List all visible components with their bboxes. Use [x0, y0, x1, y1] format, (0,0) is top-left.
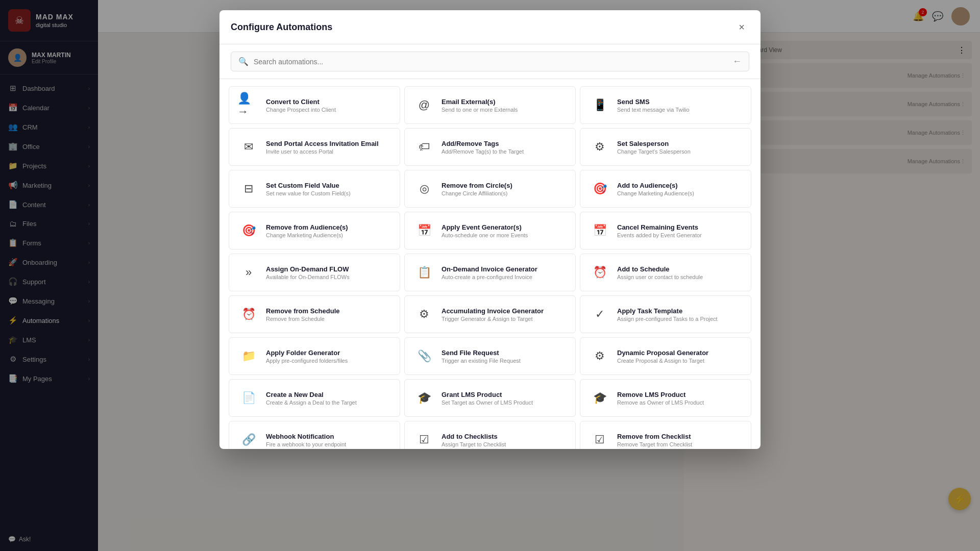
automation-item-remove_from_schedule[interactable]: ⏰ Remove from Schedule Remove from Sched… [229, 295, 400, 333]
send_portal_invitation-desc: Invite user to access Portal [266, 148, 391, 155]
dynamic_proposal-icon: ⚙ [589, 345, 611, 367]
set_salesperson-icon: ⚙ [589, 136, 611, 158]
create_new_deal-icon: 📄 [237, 387, 260, 409]
apply_task_template-icon: ✓ [589, 303, 611, 325]
automation-item-assign_on_demand_flow[interactable]: » Assign On-Demand FLOW Available for On… [229, 254, 400, 291]
remove_from_checklist-name: Remove from Checklist [617, 433, 743, 440]
remove_from_audiences-icon: 🎯 [237, 219, 260, 242]
set_custom_field-desc: Set new value for Custom Field(s) [266, 190, 391, 196]
add_remove_tags-icon: 🏷 [413, 136, 435, 158]
remove_from_circles-text: Remove from Circle(s) Change Circle Affi… [442, 182, 567, 196]
add_to_audiences-name: Add to Audience(s) [617, 182, 743, 189]
dynamic_proposal-desc: Create Proposal & Assign to Target [617, 358, 743, 364]
automation-item-apply_folder_generator[interactable]: 📁 Apply Folder Generator Apply pre-confi… [229, 337, 400, 375]
add_to_checklists-desc: Assign Target to Checklist [442, 441, 567, 447]
send_file_request-icon: 📎 [413, 345, 435, 367]
accumulating_invoice-name: Accumulating Invoice Generator [442, 307, 567, 315]
automation-item-send_portal_invitation[interactable]: ✉ Send Portal Access Invitation Email In… [229, 128, 400, 166]
email_externals-desc: Send to one or more Externals [442, 107, 567, 113]
automation-item-cancel_remaining_events[interactable]: 📅 Cancel Remaining Events Events added b… [580, 212, 751, 249]
automation-item-send_sms[interactable]: 📱 Send SMS Send text message via Twilio [580, 86, 751, 124]
create_new_deal-text: Create a New Deal Create & Assign a Deal… [266, 391, 391, 406]
send_file_request-desc: Trigger an existing File Request [442, 358, 567, 364]
automation-item-add_remove_tags[interactable]: 🏷 Add/Remove Tags Add/Remove Tag(s) to t… [404, 128, 576, 166]
send_sms-desc: Send text message via Twilio [617, 107, 743, 113]
send_portal_invitation-icon: ✉ [237, 136, 260, 158]
automation-item-set_custom_field[interactable]: ⊟ Set Custom Field Value Set new value f… [229, 170, 400, 208]
modal-overlay[interactable]: Configure Automations × 🔍 ← 👤→ Convert t… [0, 0, 980, 551]
automation-item-accumulating_invoice[interactable]: ⚙ Accumulating Invoice Generator Trigger… [404, 295, 576, 333]
on_demand_invoice-desc: Auto-create a pre-configured Invoice [442, 274, 567, 280]
automation-item-create_new_deal[interactable]: 📄 Create a New Deal Create & Assign a De… [229, 379, 400, 417]
grant_lms_product-icon: 🎓 [413, 387, 435, 409]
convert_to_client-name: Convert to Client [266, 98, 391, 106]
automation-item-remove_lms_product[interactable]: 🎓 Remove LMS Product Remove as Owner of … [580, 379, 751, 417]
apply_folder_generator-icon: 📁 [237, 345, 260, 367]
automation-item-add_to_audiences[interactable]: 🎯 Add to Audience(s) Change Marketing Au… [580, 170, 751, 208]
set_custom_field-name: Set Custom Field Value [266, 182, 391, 189]
automation-item-add_to_checklists[interactable]: ☑ Add to Checklists Assign Target to Che… [404, 421, 576, 449]
automation-item-set_salesperson[interactable]: ⚙ Set Salesperson Change Target's Salesp… [580, 128, 751, 166]
remove_from_checklist-text: Remove from Checklist Remove Target from… [617, 433, 743, 447]
add_to_schedule-icon: ⏰ [589, 261, 611, 284]
automation-item-remove_from_audiences[interactable]: 🎯 Remove from Audience(s) Change Marketi… [229, 212, 400, 249]
convert_to_client-icon: 👤→ [237, 94, 260, 116]
search-input[interactable] [254, 58, 727, 66]
back-button[interactable]: ← [732, 56, 742, 67]
automation-item-on_demand_invoice[interactable]: 📋 On-Demand Invoice Generator Auto-creat… [404, 254, 576, 291]
webhook_notification-name: Webhook Notification [266, 433, 391, 440]
apply_folder_generator-desc: Apply pre-configured folders/files [266, 358, 391, 364]
automation-item-grant_lms_product[interactable]: 🎓 Grant LMS Product Set Target as Owner … [404, 379, 576, 417]
automation-item-email_externals[interactable]: @ Email External(s) Send to one or more … [404, 86, 576, 124]
remove_from_schedule-name: Remove from Schedule [266, 307, 391, 315]
remove_from_checklist-desc: Remove Target from Checklist [617, 441, 743, 447]
add_to_checklists-name: Add to Checklists [442, 433, 567, 440]
grant_lms_product-name: Grant LMS Product [442, 391, 567, 398]
add_to_schedule-text: Add to Schedule Assign user or contact t… [617, 265, 743, 280]
add_remove_tags-text: Add/Remove Tags Add/Remove Tag(s) to the… [442, 140, 567, 155]
remove_from_circles-icon: ◎ [413, 178, 435, 200]
convert_to_client-desc: Change Prospect into Client [266, 107, 391, 113]
set_salesperson-desc: Change Target's Salesperson [617, 148, 743, 155]
modal-close-button[interactable]: × [734, 19, 749, 35]
remove_lms_product-desc: Remove as Owner of LMS Product [617, 399, 743, 406]
automation-item-dynamic_proposal[interactable]: ⚙ Dynamic Proposal Generator Create Prop… [580, 337, 751, 375]
set_salesperson-name: Set Salesperson [617, 140, 743, 147]
remove_lms_product-icon: 🎓 [589, 387, 611, 409]
grant_lms_product-text: Grant LMS Product Set Target as Owner of… [442, 391, 567, 406]
automation-item-send_file_request[interactable]: 📎 Send File Request Trigger an existing … [404, 337, 576, 375]
create_new_deal-desc: Create & Assign a Deal to the Target [266, 399, 391, 406]
automation-item-apply_event_generator[interactable]: 📅 Apply Event Generator(s) Auto-schedule… [404, 212, 576, 249]
email_externals-name: Email External(s) [442, 98, 567, 106]
webhook_notification-text: Webhook Notification Fire a webhook to y… [266, 433, 391, 447]
send_file_request-name: Send File Request [442, 349, 567, 357]
remove_from_schedule-desc: Remove from Schedule [266, 316, 391, 322]
add_remove_tags-desc: Add/Remove Tag(s) to the Target [442, 148, 567, 155]
remove_from_audiences-text: Remove from Audience(s) Change Marketing… [266, 223, 391, 238]
assign_on_demand_flow-icon: » [237, 261, 260, 284]
create_new_deal-name: Create a New Deal [266, 391, 391, 398]
search-icon: 🔍 [238, 57, 249, 66]
apply_folder_generator-name: Apply Folder Generator [266, 349, 391, 357]
accumulating_invoice-icon: ⚙ [413, 303, 435, 325]
automation-item-remove_from_circles[interactable]: ◎ Remove from Circle(s) Change Circle Af… [404, 170, 576, 208]
automation-item-convert_to_client[interactable]: 👤→ Convert to Client Change Prospect int… [229, 86, 400, 124]
add_to_checklists-icon: ☑ [413, 429, 435, 449]
apply_folder_generator-text: Apply Folder Generator Apply pre-configu… [266, 349, 391, 364]
send_sms-icon: 📱 [589, 94, 611, 116]
apply_task_template-desc: Assign pre-configured Tasks to a Project [617, 316, 743, 322]
automation-item-remove_from_checklist[interactable]: ☑ Remove from Checklist Remove Target fr… [580, 421, 751, 449]
add_to_schedule-name: Add to Schedule [617, 265, 743, 273]
cancel_remaining_events-text: Cancel Remaining Events Events added by … [617, 223, 743, 238]
apply_event_generator-icon: 📅 [413, 219, 435, 242]
automation-item-webhook_notification[interactable]: 🔗 Webhook Notification Fire a webhook to… [229, 421, 400, 449]
assign_on_demand_flow-text: Assign On-Demand FLOW Available for On-D… [266, 265, 391, 280]
remove_from_circles-name: Remove from Circle(s) [442, 182, 567, 189]
modal-title: Configure Automations [231, 22, 332, 33]
automation-item-add_to_schedule[interactable]: ⏰ Add to Schedule Assign user or contact… [580, 254, 751, 291]
apply_event_generator-text: Apply Event Generator(s) Auto-schedule o… [442, 223, 567, 238]
apply_task_template-name: Apply Task Template [617, 307, 743, 315]
automation-item-apply_task_template[interactable]: ✓ Apply Task Template Assign pre-configu… [580, 295, 751, 333]
modal-body: 👤→ Convert to Client Change Prospect int… [219, 79, 761, 449]
cancel_remaining_events-icon: 📅 [589, 219, 611, 242]
